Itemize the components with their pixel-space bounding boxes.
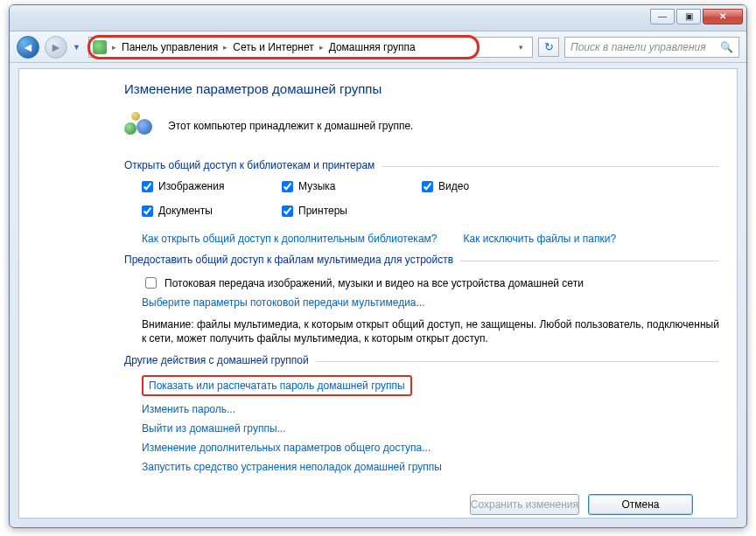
breadcrumb-dropdown[interactable]: ▾ xyxy=(514,43,528,52)
breadcrumb-separator: ▸ xyxy=(108,43,120,52)
checkbox-streaming[interactable]: Потоковая передача изображений, музыки и… xyxy=(142,275,719,291)
breadcrumb-separator: ▸ xyxy=(220,43,231,52)
content-area: Изменение параметров домашней группы Это… xyxy=(18,68,738,519)
breadcrumb-item[interactable]: Сеть и Интернет xyxy=(231,41,315,53)
checkbox-video[interactable]: Видео xyxy=(422,180,562,192)
checkbox-input[interactable] xyxy=(142,181,153,192)
belongs-text: Этот компьютер принадлежит к домашней гр… xyxy=(168,120,413,132)
link-troubleshoot[interactable]: Запустить средство устранения неполадок … xyxy=(142,461,719,473)
breadcrumb-item[interactable]: Домашняя группа xyxy=(327,41,417,53)
section-header-share: Открыть общий доступ к библиотекам и при… xyxy=(124,159,719,171)
breadcrumb-item[interactable]: Панель управления xyxy=(120,41,220,53)
link-leave-group[interactable]: Выйти из домашней группы... xyxy=(142,422,719,435)
minimize-button[interactable]: — xyxy=(650,9,675,24)
link-stream-settings[interactable]: Выберите параметры потоковой передачи му… xyxy=(142,296,425,309)
link-additional-libs[interactable]: Как открыть общий доступ к дополнительны… xyxy=(142,233,437,245)
breadcrumb[interactable]: ▸ Панель управления ▸ Сеть и Интернет ▸ … xyxy=(88,37,533,58)
homegroup-logo-icon xyxy=(124,112,156,140)
checkbox-documents[interactable]: Документы xyxy=(142,205,282,217)
link-exclude-files[interactable]: Как исключить файлы и папки? xyxy=(463,233,616,245)
checkbox-input[interactable] xyxy=(142,205,153,217)
maximize-button[interactable]: ▣ xyxy=(676,9,701,24)
checkbox-input[interactable] xyxy=(282,181,293,192)
checkbox-printers[interactable]: Принтеры xyxy=(282,205,422,217)
forward-button[interactable]: ► xyxy=(45,36,67,59)
link-change-password[interactable]: Изменить пароль... xyxy=(142,403,719,415)
titlebar: — ▣ ✕ xyxy=(10,5,746,31)
window-frame: — ▣ ✕ ◄ ► ▼ ▸ Панель управления ▸ Сеть и… xyxy=(9,4,747,528)
breadcrumb-separator: ▸ xyxy=(316,43,327,52)
close-button[interactable]: ✕ xyxy=(703,9,743,24)
page-title: Изменение параметров домашней группы xyxy=(124,81,719,96)
checkbox-music[interactable]: Музыка xyxy=(282,180,422,192)
history-dropdown[interactable]: ▼ xyxy=(73,43,83,52)
refresh-button[interactable]: ↻ xyxy=(538,38,559,57)
section-header-actions: Другие действия с домашней группой xyxy=(124,354,719,366)
link-show-password[interactable]: Показать или распечатать пароль домашней… xyxy=(149,379,405,392)
checkbox-input[interactable] xyxy=(145,277,157,289)
cancel-button[interactable]: Отмена xyxy=(588,494,693,515)
annotation-highlight: Показать или распечатать пароль домашней… xyxy=(142,375,412,396)
navigation-bar: ◄ ► ▼ ▸ Панель управления ▸ Сеть и Интер… xyxy=(10,31,746,63)
search-input[interactable]: Поиск в панели управления 🔍 xyxy=(564,37,739,58)
checkbox-input[interactable] xyxy=(282,205,293,217)
search-placeholder: Поиск в панели управления xyxy=(570,41,706,53)
checkbox-input[interactable] xyxy=(422,181,433,192)
checkbox-images[interactable]: Изображения xyxy=(142,180,282,192)
media-warning-text: Внимание: файлы мультимедиа, к которым о… xyxy=(142,317,719,345)
link-advanced-sharing[interactable]: Изменение дополнительных параметров обще… xyxy=(142,442,719,454)
homegroup-icon xyxy=(93,40,107,54)
save-button[interactable]: Сохранить изменения xyxy=(470,494,579,515)
back-button[interactable]: ◄ xyxy=(17,36,39,59)
search-icon: 🔍 xyxy=(720,41,733,53)
section-header-media: Предоставить общий доступ к файлам мульт… xyxy=(124,254,719,266)
